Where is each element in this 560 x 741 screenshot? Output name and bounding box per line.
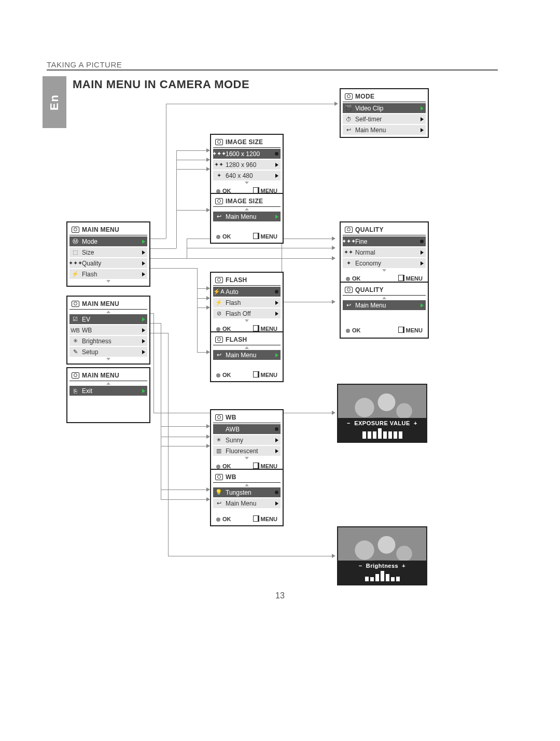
selected-dot-icon <box>275 290 278 293</box>
menu-exit-icon <box>253 515 259 522</box>
section-header: TAKING A PICTURE <box>47 60 122 69</box>
menu-item[interactable]: ↩Main Menu <box>343 125 426 135</box>
ev-preview: − EXPOSURE VALUE + <box>337 384 427 443</box>
menu-item[interactable]: ✦640 x 480 <box>213 171 281 180</box>
menu-item[interactable]: ⊘Flash Off <box>213 309 281 318</box>
item-icon: ↩ <box>215 500 222 507</box>
item-label: Video Clip <box>355 105 383 112</box>
manual-page: TAKING A PICTURE MAIN MENU IN CAMERA MOD… <box>0 0 560 741</box>
item-label: Auto <box>226 288 239 296</box>
item-icon: ✦✦✦ <box>72 260 79 267</box>
camera-icon <box>72 372 79 379</box>
svg-point-8 <box>396 546 412 562</box>
menu-item[interactable]: WBWB <box>69 325 147 335</box>
menu-item[interactable]: ✳Brightness <box>69 336 147 346</box>
brightness-bars <box>338 571 426 581</box>
brightness-label: Brightness <box>366 563 398 569</box>
quality-menu-1: QUALITY ✦✦✦Fine✦✦Normal✦Economy OKMENU <box>340 221 429 286</box>
item-icon: ↩ <box>215 352 222 358</box>
item-label: Main Menu <box>226 500 256 507</box>
scroll-down-icon <box>106 358 110 360</box>
menu-item[interactable]: ☑EV <box>69 314 147 324</box>
item-label: EV <box>82 316 90 323</box>
menu-item[interactable]: ↩Main Menu <box>213 498 281 508</box>
item-icon: ☀ <box>215 437 222 443</box>
item-icon: ⚡ <box>215 299 222 306</box>
menu-item[interactable]: ↩Main Menu <box>213 212 281 221</box>
submenu-arrow-icon <box>142 317 145 321</box>
item-icon: ⚡A <box>215 288 222 295</box>
submenu-arrow-icon <box>142 350 145 354</box>
menu-item[interactable]: ✎Setup <box>69 347 147 357</box>
scroll-down-icon <box>382 269 386 272</box>
menu-exit-icon <box>253 371 259 378</box>
menu-item[interactable]: AWB <box>213 424 281 434</box>
item-label: 1600 x 1200 <box>226 150 260 158</box>
ev-label: EXPOSURE VALUE <box>354 420 410 426</box>
submenu-arrow-icon <box>275 449 278 453</box>
page-number: 13 <box>0 591 560 600</box>
ev-bars <box>338 428 426 439</box>
item-label: Fine <box>355 238 367 245</box>
menu-exit-icon <box>398 327 404 333</box>
scroll-up-icon <box>245 346 249 349</box>
menu-item[interactable]: 🎬Video Clip <box>343 103 426 113</box>
flash-menu-1: FLASH ⚡AAuto⚡Flash⊘Flash Off OKMENU <box>210 272 284 336</box>
submenu-arrow-icon <box>421 261 424 265</box>
selected-dot-icon <box>275 152 278 156</box>
svg-point-1 <box>355 398 374 417</box>
item-icon: ▥ <box>215 448 222 454</box>
item-label: Normal <box>355 249 375 256</box>
wb-menu-2: WB 💡Tungsten↩Main Menu OKMENU <box>210 469 284 526</box>
item-label: Brightness <box>82 338 111 345</box>
item-icon: 🎬 <box>345 105 352 111</box>
camera-icon <box>215 474 223 480</box>
menu-item[interactable]: ↩Main Menu <box>213 350 281 360</box>
submenu-arrow-icon <box>275 174 278 178</box>
menu-item[interactable]: ⬚Size <box>69 247 147 257</box>
menu-item[interactable]: ✦✦✦1600 x 1200 <box>213 149 281 159</box>
item-label: Main Menu <box>355 302 386 309</box>
submenu-arrow-icon <box>421 303 424 307</box>
menu-item[interactable]: ⚡Flash <box>213 298 281 307</box>
submenu-arrow-icon <box>275 353 278 357</box>
menu-item[interactable]: ☀Sunny <box>213 435 281 445</box>
menu-item[interactable]: ⓂMode <box>69 236 147 246</box>
item-label: 1280 x 960 <box>226 161 256 169</box>
menu-item[interactable]: ✦✦✦Quality <box>69 258 147 268</box>
camera-icon <box>215 337 223 343</box>
menu-item[interactable]: ⎘Exit <box>69 386 147 396</box>
brightness-preview: − Brightness + <box>337 526 427 585</box>
main-menu-3: MAIN MENU ⎘Exit <box>66 367 150 423</box>
menu-item[interactable]: ✦✦✦Fine <box>343 236 426 246</box>
menu-item[interactable]: ⚡AAuto <box>213 287 281 297</box>
main-menu-2: MAIN MENU ☑EVWBWB✳Brightness✎Setup <box>66 296 150 365</box>
menu-item[interactable]: ✦✦1280 x 960 <box>213 160 281 170</box>
item-label: Fluorescent <box>226 448 258 455</box>
item-label: Economy <box>355 260 381 267</box>
item-icon: ✳ <box>72 338 79 344</box>
menu-item[interactable]: ✦Economy <box>343 258 426 268</box>
item-icon: ⏱ <box>345 116 352 122</box>
item-label: Flash <box>226 299 241 306</box>
menu-item[interactable]: ✦✦Normal <box>343 247 426 257</box>
item-label: Mode <box>82 238 97 245</box>
submenu-arrow-icon <box>275 438 278 442</box>
submenu-arrow-icon <box>275 312 278 316</box>
menu-item[interactable]: ⚡Flash <box>69 269 147 279</box>
camera-icon <box>345 93 353 100</box>
camera-icon <box>72 227 79 233</box>
item-label: 640 x 480 <box>226 172 253 179</box>
item-icon: ☑ <box>72 316 79 323</box>
item-label: Main Menu <box>355 127 386 134</box>
item-icon: ↩ <box>215 213 222 220</box>
menu-item[interactable]: ↩Main Menu <box>343 300 426 310</box>
menu-item[interactable]: ▥Fluorescent <box>213 446 281 456</box>
menu-item[interactable]: 💡Tungsten <box>213 487 281 497</box>
menu-item[interactable]: ⏱Self-timer <box>343 114 426 124</box>
language-tab: En <box>43 76 66 128</box>
item-icon: ✎ <box>72 348 79 355</box>
item-icon: ✦✦✦ <box>215 150 222 157</box>
submenu-arrow-icon <box>275 501 278 506</box>
item-icon: WB <box>72 327 79 333</box>
